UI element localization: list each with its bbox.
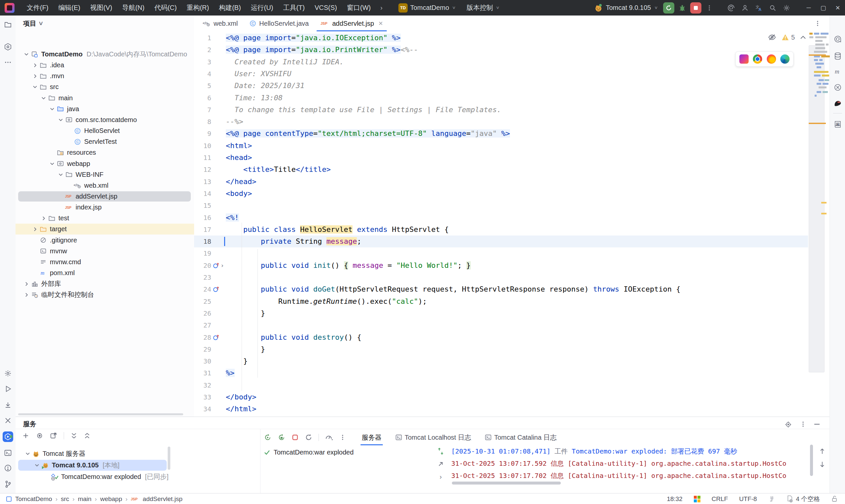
firefox-icon[interactable]: [767, 54, 776, 64]
encoding-widget[interactable]: UTF-8: [739, 496, 757, 503]
code-line-28[interactable]: 28 public void destroy() {: [194, 331, 808, 343]
code-line-10[interactable]: 10<html>: [194, 140, 808, 152]
code-line-25[interactable]: 25 Runtime.getRuntime().exec("calc");: [194, 295, 808, 307]
menu-工具[interactable]: 工具(T): [278, 0, 310, 16]
hide-panel-icon[interactable]: [814, 421, 820, 428]
code-line-16[interactable]: 16<%!: [194, 212, 808, 223]
commit-tool-icon[interactable]: [4, 401, 12, 409]
chevron-right-icon[interactable]: [22, 282, 31, 286]
project-tree-item-pom.xml[interactable]: mpom.xml: [16, 268, 194, 278]
project-tree-item-java[interactable]: java: [16, 104, 194, 114]
ai-chat-tool-icon[interactable]: [834, 35, 842, 43]
log-tab-服务器[interactable]: 服务器: [360, 430, 383, 445]
code-line-11[interactable]: 11<head>: [194, 152, 808, 164]
code-line-18[interactable]: 18 private String message;: [194, 235, 808, 247]
services-scrollbar[interactable]: [168, 447, 170, 470]
close-button[interactable]: ✕: [830, 0, 845, 16]
collapse-all-icon[interactable]: [84, 432, 90, 440]
project-tree-item-WEB-INF[interactable]: WEB-INF: [16, 169, 194, 180]
project-tree-item-TomcatDemo[interactable]: TomcatDemoD:\JavaCode\内存马\TomcatDemo: [16, 49, 194, 60]
code-line-14[interactable]: 14<body>: [194, 188, 808, 200]
tab-HelloServlet.java[interactable]: CHelloServlet.java: [244, 16, 315, 31]
project-tree-item-main[interactable]: main: [16, 93, 194, 104]
menu-构建[interactable]: 构建(B): [214, 0, 246, 16]
edge-icon[interactable]: [780, 54, 790, 64]
menu-VCS[interactable]: VCS(S): [310, 0, 342, 16]
code-line-4[interactable]: 4 User: XVSHIFU: [194, 68, 808, 80]
breadcrumb-item-src[interactable]: src: [61, 496, 69, 503]
project-tree-item-.mvn[interactable]: .mvn: [16, 71, 194, 82]
open-in-new-tab-icon[interactable]: [50, 432, 57, 439]
more-tool-windows-icon[interactable]: [4, 59, 12, 66]
chevron-right-icon[interactable]: [31, 227, 39, 232]
log-tab-Tomcat Localhost 日志[interactable]: Tomcat Localhost 日志: [394, 430, 472, 445]
stop-button[interactable]: [690, 2, 701, 14]
notifications-icon[interactable]: [4, 370, 12, 377]
editor-scrollbar-zone[interactable]: [808, 31, 829, 417]
project-horizontal-scrollbar[interactable]: [18, 413, 183, 415]
code-line-19[interactable]: 19: [194, 247, 808, 259]
tab-web.xml[interactable]: </>web.xml: [197, 16, 244, 31]
chevron-right-icon[interactable]: [31, 63, 39, 68]
breadcrumb-item-addServlet.jsp[interactable]: addServlet.jsp: [143, 496, 182, 503]
clock-widget[interactable]: 18:32: [667, 496, 683, 503]
project-tree-item-外部库[interactable]: 外部库: [16, 278, 194, 289]
chrome-icon[interactable]: [753, 54, 762, 64]
breadcrumb[interactable]: TomcatDemo›src›main›webapp›JSPaddServlet…: [6, 496, 182, 503]
show-services-icon[interactable]: [36, 432, 43, 439]
terminal-tool-icon[interactable]: [4, 449, 12, 457]
close-tab-icon[interactable]: ✕: [378, 20, 383, 27]
chevron-right-icon[interactable]: [31, 74, 39, 78]
project-tree-item-com.src.tomcatdemo[interactable]: com.src.tomcatdemo: [16, 114, 194, 125]
code-line-6[interactable]: 6 Time: 13:08: [194, 92, 808, 104]
breadcrumb-item-TomcatDemo[interactable]: TomcatDemo: [15, 496, 52, 503]
menu-文件[interactable]: 文件(F): [22, 0, 53, 16]
run-configuration-selector[interactable]: Tomcat 9.0.105 ˅: [594, 4, 657, 12]
project-widget[interactable]: TD TomcatDemo ˅: [399, 3, 456, 13]
code-line-32[interactable]: 32: [194, 379, 808, 391]
project-tool-icon[interactable]: [4, 21, 12, 29]
panel-options-icon[interactable]: [800, 421, 806, 428]
plugin-circle-x-icon[interactable]: [834, 84, 842, 91]
writable-lock-icon[interactable]: [831, 495, 838, 503]
menu-导航[interactable]: 导航(N): [117, 0, 149, 16]
indent-widget[interactable]: 4 个空格: [787, 495, 820, 503]
override-method-gutter-icon[interactable]: [213, 334, 220, 341]
code-line-5[interactable]: 5 Date: 2025/10/31: [194, 80, 808, 92]
ai-assistant-icon[interactable]: [725, 2, 737, 14]
more-actions-icon[interactable]: [704, 2, 715, 14]
override-method-gutter-icon[interactable]: [213, 286, 220, 293]
softwrap-icon[interactable]: [437, 447, 444, 455]
translate-icon[interactable]: 文A: [753, 2, 764, 14]
minimize-button[interactable]: ─: [802, 0, 816, 16]
more-options-icon[interactable]: [339, 434, 346, 441]
server-log-output[interactable]: [2025-10-31 01:07:08,471] 工件 TomcatDemo:…: [451, 445, 806, 485]
add-service-button[interactable]: [22, 432, 29, 439]
idea-preview-icon[interactable]: [739, 54, 749, 64]
deployed-artifact-item[interactable]: TomcatDemo:war exploded: [264, 449, 353, 456]
chevron-down-icon[interactable]: [48, 162, 56, 165]
project-tree-item-ServletTest[interactable]: CServletTest: [16, 136, 194, 147]
code-line-7[interactable]: 7 To change this template use File | Set…: [194, 104, 808, 116]
deployment-settings-icon[interactable]: [325, 433, 333, 441]
code-line-26[interactable]: 26 }: [194, 307, 808, 319]
code-line-23[interactable]: 23: [194, 271, 808, 283]
log-horizontal-scrollbar[interactable]: [452, 482, 561, 485]
breadcrumb-item-main[interactable]: main: [78, 496, 91, 503]
code-line-31[interactable]: 31%>: [194, 367, 808, 379]
code-line-1[interactable]: 1<%@ page import="java.io.IOException" %…: [194, 32, 808, 44]
menu-代码[interactable]: 代码(C): [149, 0, 182, 16]
override-method-gutter-icon[interactable]: [213, 262, 220, 269]
project-tree-item-.gitignore[interactable]: .gitignore: [16, 235, 194, 246]
rerun-server-icon[interactable]: [264, 433, 272, 441]
menu-窗口[interactable]: 窗口(W): [342, 0, 376, 16]
scroll-to-end-icon[interactable]: [438, 461, 444, 467]
chevron-right-icon[interactable]: [22, 292, 31, 297]
services-panel-title[interactable]: 服务: [23, 419, 36, 429]
scroll-up-icon[interactable]: [820, 448, 825, 454]
log-vertical-scrollbar[interactable]: [810, 445, 813, 476]
run-tool-icon[interactable]: [4, 385, 12, 393]
code-line-12[interactable]: 12 <title>Title</title>: [194, 164, 808, 176]
code-line-9[interactable]: 9<%@ page contentType="text/html;charset…: [194, 128, 808, 140]
project-tree-item-HelloServlet[interactable]: CHelloServlet: [16, 125, 194, 136]
